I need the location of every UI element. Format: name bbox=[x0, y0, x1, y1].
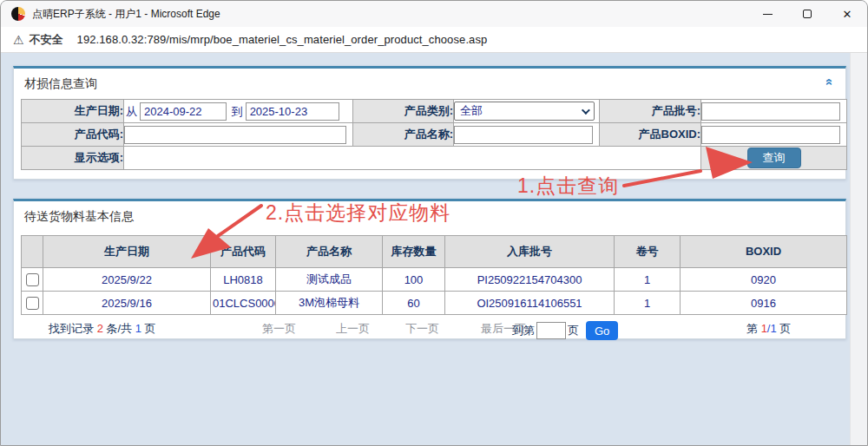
pagination-bar: 找到记录 2 条/共 1 页 第一页 上一页 下一页 最后一页 到第 页 Go … bbox=[14, 315, 845, 341]
scrollbar-track[interactable] bbox=[850, 53, 867, 446]
query-panel-title: 材损信息查询 bbox=[14, 69, 845, 99]
table-row[interactable]: 2025/9/22 LH0818 测试成品 100 PI250922154704… bbox=[22, 268, 847, 292]
product-boxid-label: 产品BOXID: bbox=[600, 123, 701, 147]
col-header-date: 生产日期 bbox=[43, 236, 211, 268]
col-header-qty: 库存数量 bbox=[383, 236, 445, 268]
cell-name: 3M泡棉母料 bbox=[276, 292, 383, 315]
materials-table: 生产日期 产品代码 产品名称 库存数量 入库批号 卷号 BOXID 2025/9… bbox=[21, 235, 847, 315]
product-code-input[interactable] bbox=[124, 126, 346, 144]
cell-code: 01CLCS0000 bbox=[211, 292, 276, 315]
goto-page-control: 到第 页 Go bbox=[512, 321, 618, 340]
url-text: 192.168.0.32:789/mis/mrp/boe_materiel_cs… bbox=[77, 33, 488, 46]
browser-window: 点晴ERP子系统 - 用户1 - Microsoft Edge ✕ ⚠ 不安全 … bbox=[0, 0, 868, 446]
go-button[interactable]: Go bbox=[586, 321, 618, 340]
product-name-input[interactable] bbox=[454, 126, 593, 144]
production-date-label: 生产日期: bbox=[22, 100, 124, 123]
checkbox-column-header bbox=[22, 236, 43, 268]
product-category-value: 全部 bbox=[460, 103, 483, 119]
minimize-button[interactable] bbox=[747, 1, 787, 27]
col-header-batch: 入库批号 bbox=[445, 236, 615, 268]
search-button[interactable]: 查询 bbox=[747, 148, 801, 168]
product-category-label: 产品类别: bbox=[353, 100, 454, 123]
security-label: 不安全 bbox=[30, 32, 63, 48]
goto-prefix: 到第 bbox=[512, 323, 535, 338]
page-count: 1 bbox=[135, 322, 141, 335]
product-batch-input[interactable] bbox=[701, 102, 840, 121]
chevron-down-icon bbox=[582, 106, 590, 115]
display-option-label: 显示选项: bbox=[22, 147, 124, 170]
table-row[interactable]: 2025/9/16 01CLCS0000 3M泡棉母料 60 OI2509161… bbox=[22, 292, 847, 315]
cell-roll: 1 bbox=[615, 268, 681, 292]
product-batch-label: 产品批号: bbox=[600, 100, 701, 123]
cell-batch: PI250922154704300 bbox=[445, 268, 615, 292]
cell-name: 测试成品 bbox=[276, 268, 383, 292]
query-form: 生产日期: 从 到 产品类别: 全部 产品批号: bbox=[21, 99, 847, 170]
record-count: 2 bbox=[97, 322, 103, 335]
prev-page-link[interactable]: 上一页 bbox=[336, 321, 370, 337]
app-logo-icon bbox=[11, 7, 25, 21]
cell-batch: OI250916114106551 bbox=[445, 292, 615, 315]
annotation-step2: 2.点击选择对应物料 bbox=[266, 200, 450, 226]
cell-roll: 1 bbox=[615, 292, 681, 315]
cell-qty: 100 bbox=[383, 268, 445, 292]
collapse-chevron-icon[interactable]: « bbox=[823, 78, 836, 85]
product-boxid-input[interactable] bbox=[701, 126, 840, 144]
maximize-icon bbox=[803, 10, 812, 18]
display-option-area bbox=[124, 147, 701, 170]
table-header-row: 生产日期 产品代码 产品名称 库存数量 入库批号 卷号 BOXID bbox=[22, 236, 847, 268]
col-header-roll: 卷号 bbox=[615, 236, 681, 268]
product-category-select[interactable]: 全部 bbox=[454, 102, 595, 121]
date-to-input[interactable] bbox=[246, 102, 339, 121]
window-title: 点晴ERP子系统 - 用户1 - Microsoft Edge bbox=[32, 7, 220, 22]
col-header-name: 产品名称 bbox=[276, 236, 383, 268]
col-header-code: 产品代码 bbox=[211, 236, 276, 268]
product-name-label: 产品名称: bbox=[353, 123, 454, 147]
product-code-label: 产品代码: bbox=[22, 123, 124, 147]
warning-icon: ⚠ bbox=[13, 34, 24, 46]
cell-qty: 60 bbox=[383, 292, 445, 315]
date-from-input[interactable] bbox=[140, 102, 227, 121]
to-label: 到 bbox=[232, 105, 243, 118]
close-button[interactable]: ✕ bbox=[827, 1, 867, 27]
maximize-button[interactable] bbox=[787, 1, 827, 27]
col-header-boxid: BOXID bbox=[681, 236, 847, 268]
cell-boxid: 0920 bbox=[681, 268, 847, 292]
goto-page-input[interactable] bbox=[536, 322, 566, 339]
next-page-link[interactable]: 下一页 bbox=[405, 321, 439, 337]
minimize-icon bbox=[763, 14, 773, 15]
close-icon: ✕ bbox=[843, 8, 852, 21]
address-bar[interactable]: ⚠ 不安全 192.168.0.32:789/mis/mrp/boe_mater… bbox=[1, 27, 867, 53]
current-page: 1 bbox=[761, 322, 767, 335]
query-panel: 材损信息查询 « 生产日期: 从 到 产品类别: 全部 bbox=[13, 66, 846, 180]
cell-date: 2025/9/16 bbox=[43, 292, 211, 315]
page-indicator: 第 1/1 页 bbox=[746, 321, 791, 337]
from-label: 从 bbox=[126, 105, 137, 118]
annotation-step1: 1.点击查询 bbox=[517, 173, 619, 200]
goto-suffix: 页 bbox=[568, 323, 579, 338]
cell-code: LH0818 bbox=[211, 268, 276, 292]
row-checkbox[interactable] bbox=[26, 297, 39, 310]
cell-boxid: 0916 bbox=[681, 292, 847, 315]
first-page-link[interactable]: 第一页 bbox=[262, 321, 296, 337]
row-checkbox[interactable] bbox=[26, 273, 39, 286]
cell-date: 2025/9/22 bbox=[43, 268, 211, 292]
title-bar: 点晴ERP子系统 - 用户1 - Microsoft Edge ✕ bbox=[1, 1, 867, 27]
page-content: 材损信息查询 « 生产日期: 从 到 产品类别: 全部 bbox=[1, 53, 867, 446]
record-summary: 找到记录 2 条/共 1 页 bbox=[49, 321, 156, 337]
total-pages: /1 bbox=[767, 322, 777, 335]
